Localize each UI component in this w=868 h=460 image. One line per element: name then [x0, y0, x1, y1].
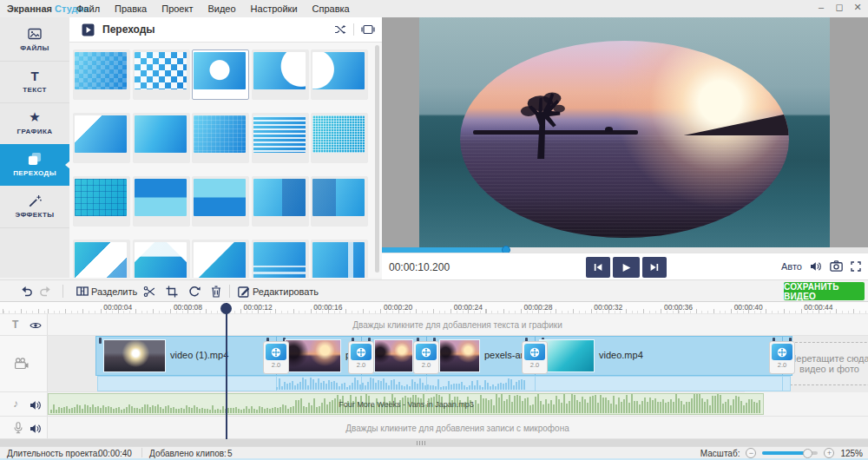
- transition-cell-checkerboard[interactable]: [133, 49, 190, 100]
- zoom-out-button[interactable]: −: [746, 448, 756, 458]
- clips-count-label: Добавлено клипов:: [149, 449, 227, 458]
- transition-cell-blinds-horizontal[interactable]: [252, 113, 309, 163]
- sidebar-item-graphics[interactable]: ★ГРАФИКА: [0, 102, 69, 145]
- transition-thumb-checker-fade: [75, 52, 127, 89]
- transition-cell-corner-wipe[interactable]: [73, 240, 130, 278]
- clip-trim-handle[interactable]: [99, 338, 102, 344]
- transition-cell-mosaic[interactable]: [192, 113, 249, 163]
- sidebar-item-label: ТЕКСТ: [0, 86, 69, 94]
- transition-cell-bar-vertical[interactable]: [311, 240, 368, 278]
- transition-cell-fade[interactable]: [133, 113, 190, 163]
- fullscreen-icon[interactable]: [851, 261, 861, 272]
- transition-duration: 2.0: [414, 361, 438, 369]
- transition-thumb-double-diagonal: [135, 242, 187, 278]
- scrollbar-grip[interactable]: [417, 441, 425, 445]
- prev-frame-button[interactable]: [586, 257, 610, 278]
- transition-cell-bars-horizontal[interactable]: [252, 240, 309, 278]
- clip-label: pexels-ar: [484, 350, 523, 360]
- edit-button[interactable]: Редактировать: [253, 286, 319, 297]
- transition-thumb-circle-big-right: [253, 52, 306, 89]
- menu-item-2[interactable]: Проект: [161, 3, 193, 14]
- crop-icon[interactable]: [166, 286, 178, 298]
- transition-cell-circle-center[interactable]: [192, 49, 249, 100]
- transition-cell-grid-large[interactable]: [73, 176, 130, 227]
- transition-thumb-blinds-horizontal: [253, 115, 306, 153]
- menu-item-4[interactable]: Настройки: [251, 3, 298, 14]
- zoom-in-button[interactable]: +: [824, 448, 834, 458]
- waveform: [276, 377, 527, 390]
- camera-icon[interactable]: [830, 260, 843, 272]
- menu-item-5[interactable]: Справка: [312, 3, 350, 14]
- panel-scrollbar[interactable]: [375, 45, 379, 273]
- zoom-slider-handle[interactable]: [803, 449, 812, 458]
- timeline-ruler[interactable]: 00:00:0400:00:0800:00:1200:00:1600:00:20…: [0, 302, 868, 314]
- clips-count-value: 5: [227, 449, 233, 458]
- transition-cell-circle-left[interactable]: [311, 49, 368, 100]
- transition-cell-circle-big-right[interactable]: [252, 49, 309, 100]
- transition-cell-slide-left[interactable]: [311, 176, 368, 227]
- transition-badge[interactable]: 2.0: [348, 341, 374, 374]
- sidebar-item-effects[interactable]: ЭФФЕКТЫ: [0, 186, 69, 228]
- edit-icon[interactable]: [238, 286, 250, 298]
- audio-track[interactable]: Four More Weeks - Vans in Japan.mp3: [48, 392, 868, 417]
- shuffle-icon[interactable]: [334, 24, 346, 35]
- transition-badge[interactable]: 2.0: [413, 341, 439, 374]
- speaker-icon[interactable]: [30, 400, 42, 411]
- menu-item-1[interactable]: Правка: [115, 3, 147, 14]
- transition-cell-split-up[interactable]: [192, 176, 249, 227]
- sidebar-item-text[interactable]: TТЕКСТ: [0, 61, 69, 103]
- transition-cell-checker-fade[interactable]: [73, 49, 130, 100]
- close-button[interactable]: ✕: [852, 2, 863, 13]
- window-controls: –◻✕: [816, 2, 863, 13]
- audio-clip[interactable]: Four More Weeks - Vans in Japan.mp3: [48, 393, 764, 415]
- eye-icon[interactable]: [30, 321, 42, 330]
- audio-track-gutter: ♪: [0, 392, 48, 417]
- prev-frame-icon: [594, 263, 602, 272]
- transition-cell-split-down[interactable]: [133, 176, 190, 227]
- divider: [62, 285, 63, 298]
- transition-cell-wipe-diagonal[interactable]: [73, 113, 130, 163]
- video-clips-container[interactable]: video (1).mp4ppexels-arvideo.mp42.02.02.…: [95, 336, 792, 376]
- ruler-label: 00:00:16: [313, 303, 342, 312]
- video-track[interactable]: Перетащите сюда видео и фото video (1).m…: [48, 336, 868, 392]
- menu-item-0[interactable]: Файл: [76, 3, 100, 14]
- preview-icon[interactable]: [361, 24, 375, 35]
- transition-thumb-bars-horizontal: [253, 242, 306, 278]
- split-button[interactable]: Разделить: [91, 286, 137, 297]
- transition-badge[interactable]: 2.0: [263, 341, 289, 374]
- minimize-button[interactable]: –: [816, 2, 826, 13]
- mic-track[interactable]: Дважды кликните для добавления записи с …: [48, 417, 868, 439]
- transition-badge[interactable]: 2.0: [522, 341, 548, 374]
- transition-cell-grid-small[interactable]: [311, 113, 368, 163]
- maximize-button[interactable]: ◻: [834, 2, 845, 13]
- menu-item-3[interactable]: Видео: [207, 3, 235, 14]
- transition-cell-diagonal-big[interactable]: [192, 240, 249, 278]
- transition-badge[interactable]: 2.0: [769, 341, 795, 374]
- speaker-icon[interactable]: [810, 261, 822, 272]
- rotate-icon[interactable]: [188, 286, 201, 298]
- next-frame-button[interactable]: [642, 257, 667, 278]
- undo-icon[interactable]: [21, 286, 33, 297]
- next-frame-icon: [650, 263, 659, 272]
- preview-panel: [382, 17, 868, 247]
- play-button[interactable]: [613, 257, 640, 278]
- transition-cell-double-diagonal[interactable]: [133, 240, 190, 278]
- trash-icon[interactable]: [211, 286, 221, 298]
- playhead-line[interactable]: [226, 303, 227, 439]
- sidebar-item-transitions[interactable]: ПЕРЕХОДЫ: [0, 144, 69, 186]
- sidebar-item-files[interactable]: ФАЙЛЫ: [0, 19, 69, 62]
- preview-right-controls: Авто: [781, 260, 861, 272]
- timeline-scrollbar[interactable]: [0, 439, 868, 446]
- ruler-label: 00:00:28: [523, 303, 552, 312]
- scissors-icon[interactable]: [143, 286, 155, 298]
- transition-cell-slide-right[interactable]: [252, 176, 309, 227]
- zoom-slider[interactable]: [762, 451, 818, 455]
- auto-quality-label[interactable]: Авто: [781, 261, 802, 272]
- text-track[interactable]: Дважды кликните для добавления текста и …: [48, 314, 868, 336]
- split-icon[interactable]: [76, 286, 89, 297]
- zoom-value: 125%: [840, 449, 863, 458]
- save-video-button[interactable]: СОХРАНИТЬ ВИДЕО: [784, 282, 865, 300]
- speaker-icon[interactable]: [30, 424, 42, 434]
- redo-icon[interactable]: [39, 286, 51, 297]
- transition-thumb-wipe-diagonal: [75, 115, 127, 153]
